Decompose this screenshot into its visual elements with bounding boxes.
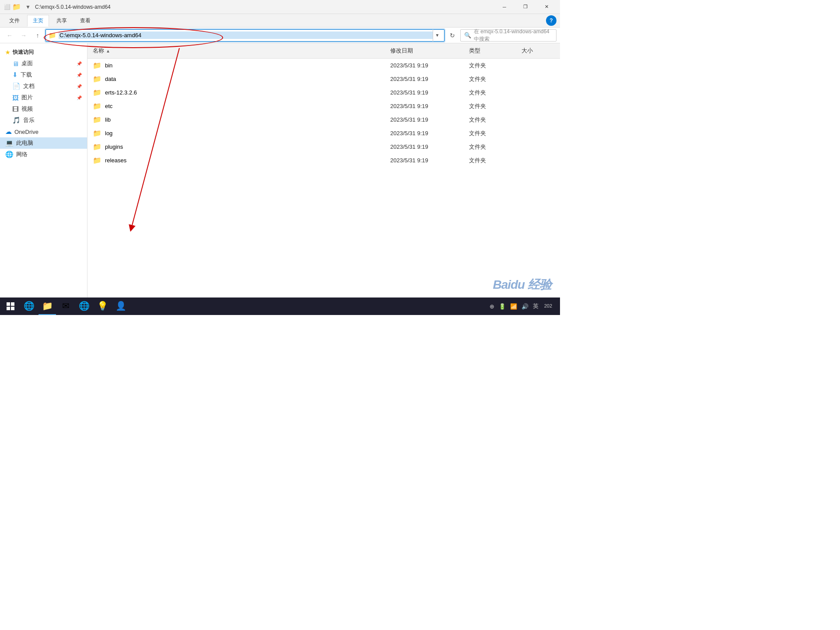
nav-forward-button[interactable]: →: [18, 29, 30, 42]
taskbar-clock[interactable]: 202: [542, 302, 555, 310]
table-row[interactable]: 📁 plugins 2023/5/31 9:19 文件夹: [88, 140, 560, 154]
file-name: bin: [105, 62, 112, 69]
taskbar-lang-label[interactable]: 英: [532, 301, 540, 311]
file-name-cell: 📁 data: [88, 73, 385, 85]
header-name[interactable]: 名称 ▲: [88, 45, 385, 56]
file-name: etc: [105, 103, 112, 109]
file-size: [516, 145, 560, 149]
sidebar-item-network[interactable]: 🌐 网络: [0, 149, 87, 160]
sidebar-item-downloads[interactable]: ⬇ 下载 📌: [0, 69, 87, 80]
close-button[interactable]: ✕: [536, 0, 556, 14]
header-date[interactable]: 修改日期: [385, 45, 464, 56]
file-folder-icon: 📁: [93, 102, 102, 110]
pictures-pin-icon: 📌: [77, 95, 82, 100]
quick-access-star-icon: ★: [5, 49, 10, 56]
table-row[interactable]: 📁 lib 2023/5/31 9:19 文件夹: [88, 113, 560, 126]
file-date: 2023/5/31 9:19: [385, 142, 464, 152]
downloads-pin-icon: 📌: [77, 73, 82, 77]
tab-file[interactable]: 文件: [4, 15, 25, 27]
file-folder-icon: 📁: [93, 61, 102, 70]
search-box[interactable]: 🔍 在 emqx-5.0.14-windows-amd64 中搜索: [460, 29, 556, 42]
nav-back-button[interactable]: ←: [4, 29, 16, 42]
table-row[interactable]: 📁 etc 2023/5/31 9:19 文件夹: [88, 99, 560, 113]
taskbar-bluetooth-icon[interactable]: ⊕: [488, 302, 496, 311]
file-type: 文件夹: [464, 74, 516, 85]
file-date: 2023/5/31 9:19: [385, 128, 464, 138]
address-bar-row: ← → ↑ 📁 C:\emqx-5.0.14-windows-amd64 ▼ ↻…: [0, 28, 560, 43]
file-type: 文件夹: [464, 114, 516, 126]
downloads-icon: ⬇: [12, 71, 18, 79]
file-name: data: [105, 76, 116, 82]
sidebar-item-network-label: 网络: [16, 150, 28, 158]
file-type: 文件夹: [464, 60, 516, 71]
sidebar-quick-access-header[interactable]: ★ 快速访问: [0, 47, 87, 58]
file-name-cell: 📁 lib: [88, 114, 385, 126]
tab-share[interactable]: 共享: [51, 15, 73, 27]
tab-view[interactable]: 查看: [74, 15, 96, 27]
thispc-icon: 💻: [5, 139, 14, 147]
file-name: releases: [105, 157, 126, 164]
tab-home[interactable]: 主页: [27, 15, 49, 27]
file-folder-icon: 📁: [93, 129, 102, 137]
help-button[interactable]: ?: [546, 15, 556, 26]
sidebar-item-onedrive[interactable]: ☁ OneDrive: [0, 126, 87, 137]
start-button[interactable]: [2, 298, 19, 315]
file-date: 2023/5/31 9:19: [385, 74, 464, 84]
title-bar-nav-icons: ⬜ 📁 ▼: [4, 4, 32, 10]
music-icon: 🎵: [12, 116, 21, 124]
refresh-button[interactable]: ↻: [446, 29, 458, 42]
sidebar-item-music[interactable]: 🎵 音乐: [0, 115, 87, 126]
table-row[interactable]: 📁 data 2023/5/31 9:19 文件夹: [88, 72, 560, 86]
search-placeholder-text: 在 emqx-5.0.14-windows-amd64 中搜索: [474, 28, 553, 43]
file-name-cell: 📁 releases: [88, 154, 385, 166]
title-bar-title: C:\emqx-5.0.14-windows-amd64: [35, 4, 494, 10]
taskbar-time-text: 202: [544, 303, 552, 309]
title-bar-folder-icon: 📁: [13, 4, 20, 10]
taskbar-edge[interactable]: 🌐: [20, 298, 38, 315]
taskbar-mail[interactable]: ✉: [57, 298, 74, 315]
address-box[interactable]: 📁 C:\emqx-5.0.14-windows-amd64 ▼: [46, 29, 444, 42]
sidebar-item-desktop-label: 桌面: [21, 60, 33, 67]
taskbar-person[interactable]: 👤: [112, 298, 130, 315]
nav-up-button[interactable]: ↑: [32, 29, 44, 42]
header-type[interactable]: 类型: [464, 45, 516, 56]
sidebar-item-desktop[interactable]: 🖥 桌面 📌: [0, 58, 87, 69]
table-row[interactable]: 📁 erts-12.3.2.6 2023/5/31 9:19 文件夹: [88, 86, 560, 99]
sidebar-item-pictures-label: 图片: [21, 94, 33, 102]
documents-pin-icon: 📌: [77, 84, 82, 89]
taskbar-battery-icon[interactable]: 🔋: [497, 302, 507, 311]
file-name-cell: 📁 plugins: [88, 141, 385, 153]
address-dropdown-button[interactable]: ▼: [433, 29, 441, 42]
header-size[interactable]: 大小: [516, 45, 560, 56]
file-name-cell: 📁 log: [88, 127, 385, 139]
file-name-cell: 📁 bin: [88, 60, 385, 71]
table-row[interactable]: 📁 releases 2023/5/31 9:19 文件夹: [88, 154, 560, 167]
title-bar-chevron: ▼: [24, 4, 32, 10]
file-folder-icon: 📁: [93, 88, 102, 97]
restore-button[interactable]: ❐: [515, 0, 536, 14]
file-type: 文件夹: [464, 155, 516, 166]
file-name: erts-12.3.2.6: [105, 89, 137, 96]
file-name: log: [105, 130, 112, 136]
taskbar-globe[interactable]: 🌐: [75, 298, 93, 315]
taskbar-explorer[interactable]: 📁: [38, 298, 56, 315]
sidebar-item-documents[interactable]: 📄 文档 📌: [0, 80, 87, 92]
taskbar-bulb[interactable]: 💡: [94, 298, 111, 315]
file-name: plugins: [105, 144, 123, 150]
sidebar-item-thispc[interactable]: 💻 此电脑: [0, 137, 87, 149]
table-row[interactable]: 📁 bin 2023/5/31 9:19 文件夹: [88, 59, 560, 72]
taskbar-volume-icon[interactable]: 🔊: [520, 302, 530, 311]
file-folder-icon: 📁: [93, 143, 102, 151]
taskbar-network-icon[interactable]: 📶: [509, 302, 518, 311]
address-folder-icon: 📁: [49, 32, 56, 39]
table-row[interactable]: 📁 log 2023/5/31 9:19 文件夹: [88, 126, 560, 140]
search-icon: 🔍: [464, 32, 471, 38]
sidebar-item-videos[interactable]: 🎞 视频: [0, 103, 87, 115]
quick-access-label: 快速访问: [13, 49, 34, 56]
pictures-icon: 🖼: [12, 94, 19, 102]
sidebar-item-pictures[interactable]: 🖼 图片 📌: [0, 92, 87, 103]
minimize-button[interactable]: ─: [494, 0, 514, 14]
start-icon: [7, 302, 14, 310]
title-bar-controls: ─ ❐ ✕: [494, 0, 556, 14]
file-folder-icon: 📁: [93, 116, 102, 124]
